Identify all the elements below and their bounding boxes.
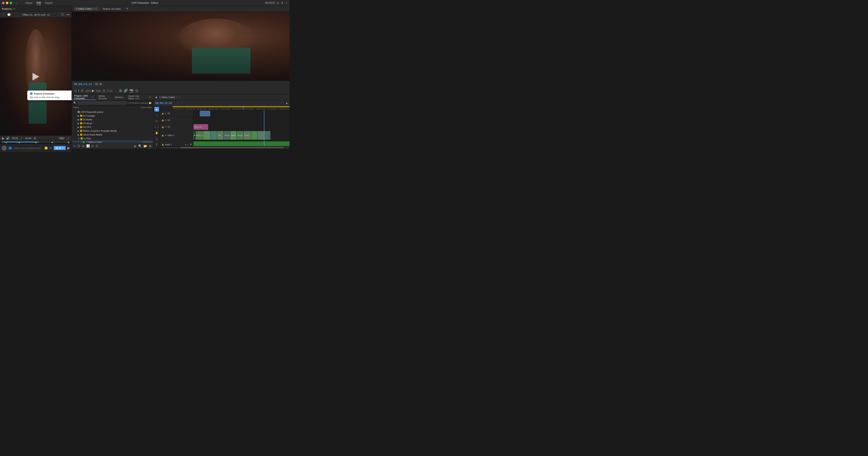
clip-v1-9[interactable]	[251, 131, 257, 140]
edit-tool-button[interactable]: ✏	[73, 144, 76, 148]
sort-button[interactable]: ☰	[96, 144, 98, 148]
settings-button[interactable]: ⚙	[34, 137, 36, 140]
share-icon[interactable]: ⬆	[281, 1, 283, 4]
marker-3[interactable]	[35, 142, 37, 143]
new-bin-button[interactable]: 📂	[144, 144, 147, 148]
back-button[interactable]: ←	[2, 13, 5, 17]
list-item[interactable]: ▶ 02 Audio	[72, 118, 153, 121]
list-item[interactable]: UXR Featurette.prproj	[72, 110, 153, 114]
list-item-selected[interactable]: ≡ 1 Hilltop Coffee 59.94 fps	[72, 140, 153, 143]
folder-arrow[interactable]: ▶	[78, 122, 79, 124]
clip-v1-11[interactable]	[264, 131, 271, 140]
home-icon[interactable]: ⌂	[16, 2, 17, 4]
fast-forward-button[interactable]: ▷▷	[96, 89, 101, 93]
new-folder-button[interactable]: 📂	[149, 102, 152, 105]
frameio-comment-icon[interactable]: 🔵	[8, 146, 12, 150]
timeline-timecode[interactable]: 00;00;25;32	[155, 102, 172, 105]
clip-v1-2[interactable]	[203, 131, 211, 140]
list-item[interactable]: ▶ 04 GFX	[72, 125, 153, 129]
maximize-button[interactable]	[10, 2, 12, 4]
nav-export[interactable]: Export	[45, 1, 53, 5]
search-input[interactable]	[78, 101, 127, 105]
folder-arrow[interactable]: ▶	[78, 115, 79, 117]
clip-v1-4[interactable]: SHG	[217, 131, 223, 140]
mark-in-button[interactable]: ◁	[74, 89, 76, 93]
tc-snap-button[interactable]: ▲	[285, 102, 288, 105]
folder-arrow[interactable]: ▶	[78, 126, 79, 129]
frameio-menu-icon[interactable]: ≡	[13, 7, 15, 10]
track-select-tool[interactable]: ⋮	[154, 113, 159, 117]
source-tab[interactable]: Source: (no clips)	[100, 7, 123, 10]
nav-edit[interactable]: Edit	[37, 1, 41, 5]
marker-4[interactable]	[52, 142, 53, 143]
list-item[interactable]: ▶ 01 Footage	[72, 114, 153, 118]
folder-arrow[interactable]: ▶	[78, 130, 79, 132]
search-panel-button[interactable]: 🔍	[138, 144, 142, 148]
fit-select[interactable]: Fit	[93, 82, 102, 86]
comment-input[interactable]	[13, 147, 42, 149]
clip-v1-6[interactable]: SHGN7	[230, 131, 237, 140]
clip-v1-10[interactable]	[258, 131, 264, 140]
play-button-overlay[interactable]	[33, 73, 39, 81]
audio-clip-a1[interactable]	[193, 141, 289, 146]
list-item[interactable]: ▶ Stock Audio Media	[72, 133, 153, 137]
marker-2[interactable]	[19, 142, 20, 143]
tab-project[interactable]: Project: UXR Featurette ≡	[72, 94, 96, 100]
folder-arrow[interactable]: ▼	[78, 137, 80, 140]
nav-import[interactable]: Import	[25, 1, 33, 5]
type-tool[interactable]: T	[154, 142, 159, 147]
zoom-slider[interactable]: ⊕	[91, 144, 94, 148]
camera-button[interactable]: 📸	[129, 89, 134, 93]
rewind-button[interactable]: ◁◁	[85, 89, 90, 93]
close-button[interactable]	[2, 2, 5, 4]
play-pause-button[interactable]: ▶	[92, 89, 94, 93]
ripple-edit-tool[interactable]: ✂	[154, 119, 159, 123]
multicam-button[interactable]: ⊡	[135, 89, 138, 93]
info-button[interactable]: ⓘ	[61, 13, 64, 17]
step-forward-button[interactable]: ⟩	[107, 89, 108, 93]
quality-button[interactable]: 540p	[58, 137, 65, 140]
play-button[interactable]: ▶	[2, 137, 4, 140]
folder-arrow[interactable]: ▶	[78, 118, 79, 121]
fullscreen-button[interactable]: ⤢	[67, 137, 69, 140]
tab-markers[interactable]: Markers	[112, 94, 126, 100]
list-item[interactable]: ▼ zz Seq	[72, 137, 153, 140]
list-view-button[interactable]: ☰	[78, 144, 80, 148]
clip-v1-8[interactable]: SHGN	[244, 131, 251, 140]
comment-button[interactable]: 💬	[7, 13, 11, 17]
mark-out-button[interactable]: ▷	[110, 89, 113, 93]
skip-forward-button[interactable]: ⟩⟩	[103, 89, 105, 93]
tab-audio-mixer[interactable]: Audio Clip Mixer: 1 H	[126, 94, 147, 100]
snap-button[interactable]: ⊞	[119, 89, 122, 93]
roll-edit-tool[interactable]: ←→	[154, 124, 159, 129]
icon-view-button[interactable]: ⊞	[82, 144, 85, 148]
clip-v2-1[interactable]: Hilltop_100	[193, 124, 208, 130]
selection-tool[interactable]: ▲	[154, 107, 159, 112]
step-button[interactable]: ▶	[134, 144, 136, 148]
hand-tool[interactable]: ✋	[154, 131, 159, 135]
send-button[interactable]: ▶	[67, 146, 70, 150]
fullscreen-icon[interactable]: ⤢	[285, 1, 287, 4]
tab-media-browser[interactable]: Media Browser	[96, 94, 113, 100]
add-monitor-button[interactable]: +	[124, 6, 130, 11]
skip-back-button[interactable]: ⟨⟨	[81, 89, 84, 93]
scrollbar-track[interactable]	[163, 147, 289, 148]
tabs-more-button[interactable]: ≫	[147, 96, 153, 98]
clip-v1-3[interactable]	[211, 131, 217, 140]
minimize-button[interactable]	[6, 2, 8, 4]
review-button[interactable]: REVIEW	[265, 1, 275, 4]
more-button[interactable]: •••	[66, 13, 69, 17]
timeline-scrollbar[interactable]: ◁ ▷	[160, 146, 289, 149]
list-item[interactable]: ▶ 03 Music	[72, 121, 153, 125]
clip-v1-5[interactable]: SHGN7	[224, 131, 230, 140]
clip-v1-1[interactable]: ▶ SHGN7_S00	[193, 131, 203, 140]
draw-button[interactable]: ✏	[50, 146, 52, 150]
scrollbar-thumb[interactable]	[180, 147, 284, 148]
marker-5[interactable]	[68, 142, 69, 143]
delete-button[interactable]: 🗑	[149, 144, 152, 148]
list-item[interactable]: ▶ Motion Graphics Template Media	[72, 129, 153, 133]
emoji-button[interactable]: 😊	[44, 146, 48, 150]
pen-tool[interactable]: ◇	[154, 136, 159, 141]
clip-v1-7[interactable]: SHGN7_S0	[237, 131, 243, 140]
clip-v4-1[interactable]	[200, 111, 210, 116]
